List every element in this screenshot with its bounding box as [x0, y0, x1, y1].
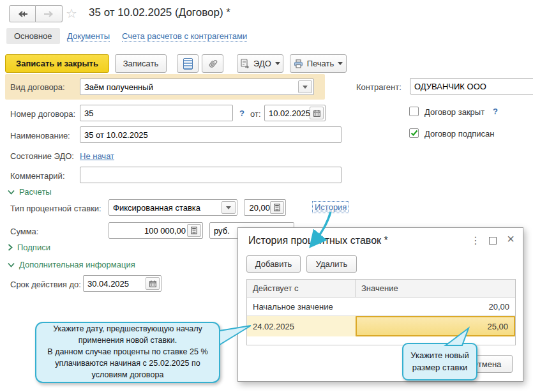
closed-help-icon[interactable]: ?: [493, 107, 498, 116]
rate-type-dropdown-button[interactable]: [221, 201, 236, 214]
counterparty-input[interactable]: [410, 79, 533, 94]
forward-button[interactable]: [36, 5, 63, 22]
date-hint-text: Укажите дату, предшествующую началу прим…: [36, 320, 219, 384]
valid-until-field[interactable]: [83, 275, 161, 292]
rate-history-dialog: История процентных ставок * ⋮ × Добавить…: [237, 227, 523, 382]
callout-pointer-icon: [439, 327, 476, 346]
rate-hint-callout: Укажите новый размер ставки: [402, 343, 477, 381]
section-signatures-label: Подписи: [17, 243, 50, 252]
row-date-cell[interactable]: 24.02.2025: [247, 316, 356, 336]
from-label: от:: [250, 109, 261, 119]
section-extra-info-label: Дополнительная информация: [19, 260, 135, 269]
contract-number-input[interactable]: [80, 105, 233, 121]
calendar-icon: [149, 280, 156, 287]
tab-main[interactable]: Основное: [6, 28, 60, 44]
save-button[interactable]: Записать: [115, 54, 167, 73]
maximize-icon[interactable]: [489, 237, 497, 245]
calculator-button[interactable]: [187, 224, 201, 237]
contract-number-label: Номер договора:: [10, 109, 75, 119]
page-title: 35 от 10.02.2025 (Договор) *: [89, 6, 230, 19]
row-date-cell[interactable]: Начальное значение: [247, 298, 356, 315]
print-button-label: Печать: [307, 59, 334, 68]
chevron-down-icon: [8, 262, 15, 268]
rate-value-field[interactable]: [244, 199, 286, 216]
printer-icon: [294, 59, 303, 68]
contract-closed-checkbox[interactable]: [409, 107, 419, 116]
counterparty-field[interactable]: [410, 78, 533, 94]
close-icon[interactable]: ×: [506, 232, 516, 246]
column-header-date: Действует с: [247, 280, 356, 297]
app-window: { "header": { "title": "35 от 10.02.2025…: [0, 0, 533, 392]
sum-label: Сумма:: [10, 227, 38, 236]
section-signatures[interactable]: Подписи: [8, 243, 50, 252]
report-icon: [183, 58, 193, 70]
chevron-down-icon: [8, 190, 15, 195]
more-menu-icon[interactable]: ⋮: [470, 234, 479, 246]
dropdown-caret-icon: [338, 62, 343, 65]
valid-until-label: Срок действия до:: [10, 280, 81, 289]
kind-dropdown-button[interactable]: [298, 80, 312, 93]
rate-type-combo[interactable]: [109, 199, 237, 216]
edo-button[interactable]: ЭДО: [237, 54, 283, 73]
number-help-icon[interactable]: ?: [239, 109, 244, 118]
name-label: Наименование:: [10, 131, 70, 140]
contract-signed-label: Договор подписан: [424, 129, 494, 139]
dropdown-caret-icon: [275, 62, 280, 65]
tab-accounts[interactable]: Счета расчетов с контрагентами: [122, 31, 247, 41]
calendar-icon: [313, 110, 320, 117]
checkmark-icon: [410, 130, 418, 137]
section-calculations[interactable]: Расчеты: [8, 187, 52, 197]
name-input[interactable]: [80, 126, 342, 143]
chevron-right-icon: [8, 244, 13, 251]
attach-button[interactable]: [202, 54, 223, 73]
column-header-value: Значение: [356, 280, 515, 297]
back-button[interactable]: [9, 5, 36, 22]
edo-state-label: Состояние ЭДО:: [10, 151, 74, 161]
section-extra-info[interactable]: Дополнительная информация: [8, 260, 135, 269]
contract-closed-label: Договор закрыт: [424, 107, 484, 117]
calculator-icon: [191, 227, 197, 234]
chevron-down-icon: [226, 206, 231, 209]
counterparty-label: Контрагент:: [356, 82, 402, 92]
row-value-cell[interactable]: 20,00: [356, 298, 515, 315]
forward-arrow-icon: [44, 11, 54, 17]
paperclip-icon: [208, 58, 218, 69]
table-row[interactable]: Начальное значение 20,00: [247, 298, 515, 316]
edo-button-label: ЭДО: [253, 59, 271, 68]
contract-signed-checkbox[interactable]: [409, 128, 419, 138]
date-hint-callout: Укажите дату, предшествующую началу прим…: [35, 322, 220, 383]
print-button[interactable]: Печать: [290, 54, 347, 73]
delete-button[interactable]: Удалить: [306, 255, 357, 273]
row-value-cell-selected[interactable]: 25,00: [356, 316, 515, 336]
kind-input[interactable]: [80, 79, 313, 94]
add-button[interactable]: Добавить: [246, 255, 301, 273]
rate-type-label: Тип процентной ставки:: [10, 204, 101, 213]
comment-label: Комментарий:: [10, 171, 65, 181]
contract-date-field[interactable]: [264, 105, 326, 121]
section-calculations-label: Расчеты: [19, 187, 52, 197]
back-arrow-icon: [17, 11, 27, 17]
callout-pointer-icon: [216, 319, 254, 349]
table-header-row: Действует с Значение: [247, 280, 515, 298]
calendar-button[interactable]: [146, 277, 160, 290]
kind-label: Вид договора:: [10, 82, 65, 92]
calculator-icon: [274, 204, 280, 211]
calendar-button[interactable]: [310, 107, 324, 119]
nav-buttons: [9, 5, 63, 22]
kind-combo[interactable]: [80, 79, 314, 95]
sum-field[interactable]: [109, 222, 203, 239]
chevron-down-icon: [303, 86, 308, 89]
report-button[interactable]: [177, 54, 199, 73]
save-and-close-button[interactable]: Записать и закрыть: [5, 54, 109, 73]
edo-icon: [240, 59, 250, 68]
annotation-arrow-icon: [305, 209, 340, 249]
calculator-button[interactable]: [270, 201, 284, 214]
favorite-star-icon[interactable]: ☆: [66, 6, 77, 21]
rate-hint-text: Укажите новый размер ставки: [403, 346, 476, 377]
tab-documents[interactable]: Документы: [67, 31, 110, 41]
rate-type-input[interactable]: [109, 200, 237, 215]
edo-state-link[interactable]: Не начат: [80, 151, 114, 161]
comment-input[interactable]: [80, 167, 342, 183]
